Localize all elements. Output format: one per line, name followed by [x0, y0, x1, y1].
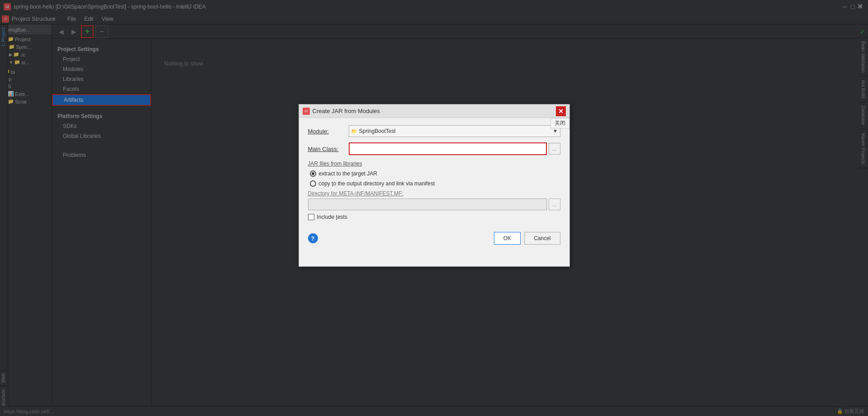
create-jar-dialog: IJ Create JAR from Modules ✕ 关闭 Module: …: [299, 104, 570, 267]
directory-browse-btn[interactable]: ...: [549, 199, 560, 210]
ok-btn[interactable]: OK: [494, 232, 521, 245]
main-class-label: Main Class:: [308, 146, 349, 152]
include-tests-row: Include tests: [308, 214, 560, 220]
dialog-overlay: IJ Create JAR from Modules ✕ 关闭 Module: …: [0, 0, 868, 416]
module-input-wrap: 📁 SpringBootTest ▼: [349, 125, 560, 137]
radio-copy-label: copy to the output directory and link vi…: [319, 180, 435, 187]
module-label: Module:: [308, 128, 349, 135]
main-class-row: Main Class: ...: [308, 142, 560, 155]
module-value: SpringBootTest: [357, 128, 553, 134]
help-btn[interactable]: ?: [308, 233, 318, 243]
dialog-close-label: 关闭: [550, 118, 569, 128]
include-tests-label: Include tests: [317, 214, 347, 220]
module-select[interactable]: 📁 SpringBootTest ▼: [349, 125, 560, 137]
directory-row: Directory for META-INF/MANIFEST.MF: ...: [308, 190, 560, 210]
radio-extract[interactable]: [310, 170, 316, 177]
directory-input-wrap: ...: [308, 199, 560, 210]
directory-input[interactable]: [308, 199, 547, 210]
directory-label: Directory for META-INF/MANIFEST.MF:: [308, 190, 560, 197]
radio-row-2: copy to the output directory and link vi…: [310, 180, 560, 187]
dialog-title-bar: IJ Create JAR from Modules ✕: [299, 104, 569, 118]
dialog-body: Module: 📁 SpringBootTest ▼ Main Class: .…: [299, 118, 569, 227]
cancel-btn[interactable]: Cancel: [524, 232, 560, 245]
include-tests-checkbox[interactable]: [308, 214, 314, 220]
radio-copy[interactable]: [310, 180, 316, 187]
dialog-close-btn[interactable]: ✕: [556, 106, 566, 116]
main-class-input-wrap: ...: [349, 142, 560, 155]
radio-row-1: extract to the target JAR: [310, 170, 560, 177]
dialog-title: Create JAR from Modules: [313, 108, 553, 114]
radio-extract-label: extract to the target JAR: [319, 170, 377, 177]
module-row: Module: 📁 SpringBootTest ▼: [308, 125, 560, 137]
dropdown-arrow: ▼: [553, 128, 558, 134]
dialog-footer: ? OK Cancel: [299, 227, 569, 249]
jar-files-label: JAR files from libraries: [308, 161, 560, 167]
main-class-browse-btn[interactable]: ...: [549, 143, 560, 155]
main-class-input[interactable]: [349, 142, 547, 155]
dialog-icon: IJ: [303, 108, 310, 115]
